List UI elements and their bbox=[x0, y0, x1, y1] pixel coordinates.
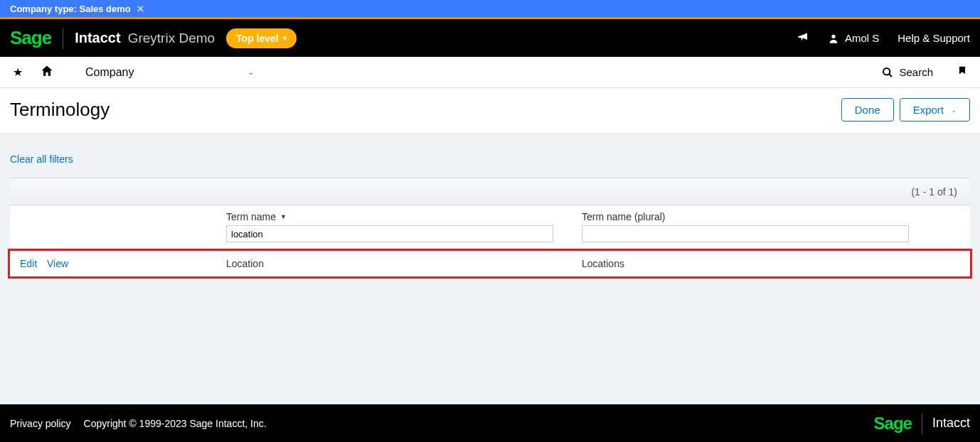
table-toolbar: (1 - 1 of 1) bbox=[10, 178, 970, 205]
svg-point-0 bbox=[831, 34, 835, 38]
copyright-text: Copyright © 1999-2023 Sage Intacct, Inc. bbox=[84, 418, 267, 429]
sage-logo-footer: Sage bbox=[874, 414, 912, 433]
plural-filter-input[interactable] bbox=[582, 225, 909, 242]
sort-desc-icon: ▼ bbox=[280, 213, 287, 220]
content-area: Clear all filters (1 - 1 of 1) Term name… bbox=[0, 134, 980, 289]
col-term-label: Term name bbox=[226, 211, 276, 222]
col-term-header[interactable]: Term name ▼ bbox=[226, 211, 582, 222]
module-dropdown[interactable]: Company bbox=[85, 66, 134, 79]
edit-link[interactable]: Edit bbox=[20, 258, 37, 269]
footer: Privacy policy Copyright © 1999-2023 Sag… bbox=[0, 404, 980, 442]
module-nav: ★ Company ⌄ Search bbox=[0, 57, 980, 88]
banner-text: Company type: Sales demo bbox=[10, 4, 131, 14]
export-button[interactable]: Export ⌄ bbox=[900, 98, 970, 122]
plural-cell: Locations bbox=[582, 258, 624, 269]
sage-logo[interactable]: Sage bbox=[10, 27, 51, 49]
search-button[interactable]: Search bbox=[882, 66, 933, 78]
table: (1 - 1 of 1) Term name ▼ Term name (plur… bbox=[10, 178, 970, 279]
svg-line-2 bbox=[889, 74, 892, 77]
chevron-down-icon: ▾ bbox=[283, 34, 287, 42]
megaphone-icon[interactable] bbox=[797, 31, 809, 45]
user-icon bbox=[828, 33, 839, 44]
col-plural-label: Term name (plural) bbox=[582, 211, 665, 222]
pager-text: (1 - 1 of 1) bbox=[911, 186, 957, 198]
svg-point-1 bbox=[883, 68, 890, 75]
export-label: Export bbox=[913, 104, 944, 116]
help-link[interactable]: Help & Support bbox=[898, 32, 970, 44]
page-title: Terminology bbox=[10, 99, 110, 121]
bookmark-icon[interactable] bbox=[957, 64, 967, 80]
close-icon[interactable]: ✕ bbox=[137, 4, 144, 14]
company-type-banner: Company type: Sales demo ✕ bbox=[0, 0, 980, 17]
top-level-label: Top level bbox=[236, 33, 279, 44]
star-icon[interactable]: ★ bbox=[13, 65, 23, 79]
done-button[interactable]: Done bbox=[841, 98, 894, 122]
home-icon[interactable] bbox=[40, 64, 54, 81]
user-name: Amol S bbox=[845, 32, 879, 44]
view-link[interactable]: View bbox=[47, 258, 68, 269]
top-level-button[interactable]: Top level ▾ bbox=[226, 28, 297, 48]
term-cell: Location bbox=[226, 258, 264, 269]
user-menu[interactable]: Amol S bbox=[828, 32, 879, 44]
privacy-link[interactable]: Privacy policy bbox=[10, 418, 71, 429]
table-row: Edit View Location Locations bbox=[8, 249, 972, 279]
search-label: Search bbox=[899, 66, 933, 78]
table-header-row: Term name ▼ Term name (plural) bbox=[10, 205, 970, 249]
divider bbox=[922, 413, 922, 434]
done-label: Done bbox=[855, 104, 880, 116]
product-name: Intacct bbox=[75, 30, 120, 46]
product-name-footer: Intacct bbox=[932, 416, 970, 431]
divider bbox=[63, 28, 63, 49]
chevron-down-icon: ⌄ bbox=[951, 106, 957, 114]
col-plural-header[interactable]: Term name (plural) bbox=[582, 211, 960, 222]
page-header: Terminology Done Export ⌄ bbox=[0, 88, 980, 134]
company-name: Greytrix Demo bbox=[128, 31, 215, 46]
clear-filters-link[interactable]: Clear all filters bbox=[10, 144, 73, 178]
search-icon bbox=[882, 67, 893, 78]
main-header: Sage Intacct Greytrix Demo Top level ▾ A… bbox=[0, 19, 980, 57]
chevron-down-icon[interactable]: ⌄ bbox=[247, 68, 254, 77]
term-filter-input[interactable] bbox=[226, 225, 553, 242]
